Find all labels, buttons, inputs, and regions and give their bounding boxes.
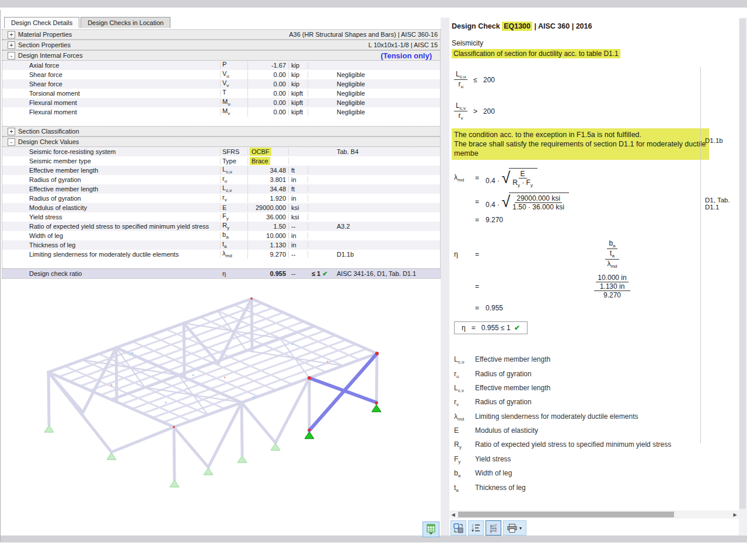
table-row-axial-force[interactable]: Axial force P -1.67 kip [2, 61, 440, 70]
table-gap [2, 259, 440, 268]
collapse-icon[interactable]: - [8, 52, 15, 60]
design-check-details-panel: Design Check Details Design Checks in Lo… [1, 18, 441, 536]
section-label: Seismicity [452, 39, 739, 47]
reference-d1-tab-d11: D1, Tab. D1.1 [705, 197, 739, 211]
update-icon [453, 523, 463, 533]
table-row-modulus-elasticity[interactable]: Modulus of elasticity E 29000.000 ksi [2, 203, 440, 212]
slenderness-condition-v: Lc,v rv > 200 [454, 102, 739, 121]
details-list-button[interactable] [468, 520, 484, 536]
table-row-section-properties[interactable]: + Section Properties L 10x10x1-1/8 | AIS… [2, 40, 440, 50]
collapse-icon[interactable]: - [8, 138, 15, 146]
right-vertical-scrollbar[interactable] [739, 18, 747, 536]
expand-icon[interactable]: + [8, 41, 15, 49]
panel-divider[interactable] [441, 18, 449, 536]
print-button[interactable]: ▼ [503, 520, 526, 536]
reference-d11b: D1.1b [705, 137, 723, 144]
subsection-label: Classification of section for ductility … [452, 49, 620, 58]
warning-message: The condition acc. to the exception in F… [452, 128, 709, 160]
slenderness-condition-u: Lc,u ru ≤ 200 [454, 70, 739, 90]
eta-derivation: η = ba ta λmd = 10.000 in 1.130 in 9.270… [454, 239, 739, 312]
dropdown-caret-icon[interactable]: ▼ [519, 526, 523, 530]
frame-members [48, 299, 377, 480]
scroll-left-icon[interactable]: ◀ [449, 512, 457, 517]
group-info: L 10x10x1-1/8 | AISC 15 [71, 41, 440, 48]
model-3d-view[interactable] [1, 274, 441, 508]
scrollbar-thumb[interactable] [739, 19, 746, 509]
values-in-formulas-icon: x=7 y=4 [490, 524, 497, 533]
lambda-md-derivation: λmd = 0.4 · √ E Ry · Fy = 0.4 · √ 29000.… [454, 168, 739, 224]
table-row-sfrs[interactable]: Seismic force-resisting system SFRS OCBF… [2, 147, 440, 156]
window-bottom-band [0, 536, 747, 542]
table-gap [2, 117, 440, 126]
table-row-limiting-slenderness[interactable]: Limiting slenderness for moderately duct… [2, 250, 440, 259]
table-row-seismic-member-type[interactable]: Seismic member type Type Brace [2, 156, 440, 166]
design-check-table: + Material Properties A36 (HR Structural… [2, 29, 441, 279]
update-check-button[interactable] [451, 520, 466, 536]
expand-icon[interactable]: + [8, 128, 15, 135]
table-row-design-check-values[interactable]: - Design Check Values [2, 136, 440, 147]
design-ratio-result-box: η = 0.955 ≤ 1 ✔ [454, 321, 528, 334]
table-row-torsional-moment[interactable]: Torsional moment T 0.00 kipft Negligible [2, 89, 440, 98]
list-icon [471, 523, 481, 533]
design-check-formula-panel: Design Check EQ1300 | AISC 360 | 2016 Se… [449, 18, 739, 536]
table-row-flexural-moment-v[interactable]: Flexural moment Mv 0.00 kipft Negligible [2, 107, 440, 117]
right-horizontal-scrollbar[interactable]: ◀ ▶ [449, 510, 739, 519]
window-top-band [0, 0, 747, 8]
supports-pale [44, 425, 280, 487]
table-row-design-internal-forces[interactable]: - Design Internal Forces (Tension only) [2, 50, 440, 61]
table-row-thickness-of-leg[interactable]: Thickness of leg ta 1.130 in [2, 240, 440, 250]
panel-title: Design Check EQ1300 | AISC 360 | 2016 [452, 22, 739, 30]
formula-toolbar: x=7 y=4 ▼ [451, 520, 526, 536]
table-row-width-of-leg[interactable]: Width of leg ba 10.000 in [2, 231, 440, 240]
table-row-effective-length-v[interactable]: Effective member length Lc,v 34.48 ft [2, 184, 440, 194]
table-row-yield-stress[interactable]: Yield stress Fy 36.000 ksi [2, 212, 440, 222]
table-row-ry-ratio[interactable]: Ratio of expected yield stress to specif… [2, 222, 440, 231]
check-icon: ✔ [514, 324, 520, 332]
table-row-radius-gyration-u[interactable]: Radius of gyration ru 3.801 in [2, 175, 440, 184]
table-row-material-properties[interactable]: + Material Properties A36 (HR Structural… [2, 30, 440, 40]
highlighted-value: OCBF [250, 148, 271, 156]
spreadsheet-export-icon [425, 524, 437, 535]
printer-icon [507, 524, 517, 533]
values-in-formulas-button[interactable]: x=7 y=4 [486, 520, 501, 536]
tension-only-note: (Tension only) [83, 51, 440, 60]
scroll-right-icon[interactable]: ▶ [731, 512, 739, 517]
group-info: A36 (HR Structural Shapes and Bars) | AI… [72, 31, 440, 38]
scrollbar-thumb[interactable] [458, 512, 674, 517]
table-row-flexural-moment-u[interactable]: Flexural moment Mu 0.00 kipft Negligible [2, 98, 440, 107]
table-row-radius-gyration-v[interactable]: Radius of gyration rv 1.920 in [2, 194, 440, 203]
tab-design-checks-in-location[interactable]: Design Checks in Location [81, 17, 170, 28]
equation-id-highlight: EQ1300 [502, 22, 532, 31]
expand-icon[interactable]: + [8, 31, 15, 38]
table-row-section-classification[interactable]: + Section Classification [2, 126, 440, 136]
symbol-legend: Lc,uEffective member length ruRadius of … [454, 355, 739, 493]
tab-bar: Design Check Details Design Checks in Lo… [4, 17, 172, 29]
tab-design-check-details[interactable]: Design Check Details [4, 17, 79, 28]
table-row-shear-force-u[interactable]: Shear force Vu 0.00 kip Negligible [2, 70, 440, 79]
table-row-effective-length-u[interactable]: Effective member length Lc,u 34.48 ft [2, 166, 440, 175]
reference-separator-line [700, 67, 701, 443]
highlighted-value: Brace [250, 157, 270, 165]
table-row-shear-force-v[interactable]: Shear force Vv 0.00 kip Negligible [2, 79, 440, 89]
export-spreadsheet-button[interactable] [423, 522, 439, 537]
